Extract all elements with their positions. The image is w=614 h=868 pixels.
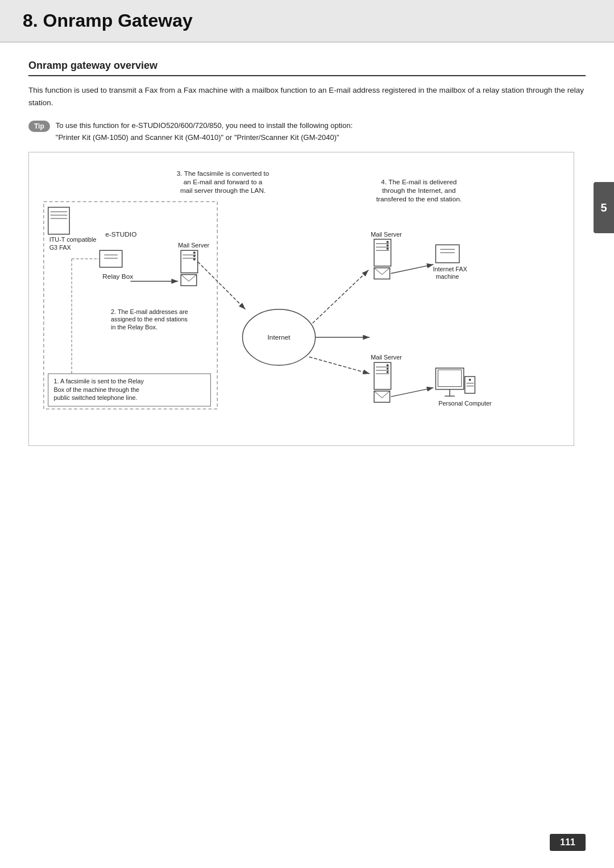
svg-text:4.  The E-mail is delivered: 4. The E-mail is delivered <box>381 178 457 186</box>
svg-point-60 <box>387 367 389 370</box>
svg-text:Internet FAX: Internet FAX <box>433 265 467 272</box>
svg-text:machine: machine <box>435 273 459 280</box>
svg-text:3.  The facsimile is converted: 3. The facsimile is converted to <box>177 170 269 177</box>
svg-text:Mail Server: Mail Server <box>371 354 402 361</box>
svg-point-61 <box>387 371 389 373</box>
svg-line-29 <box>198 262 246 309</box>
svg-rect-55 <box>374 362 391 389</box>
content-area: Onramp gateway overview This function is… <box>0 43 614 469</box>
tip-badge: Tip <box>28 121 50 132</box>
svg-rect-7 <box>48 207 69 234</box>
svg-text:assigned to the end stations: assigned to the end stations <box>111 316 188 323</box>
svg-point-45 <box>387 247 389 250</box>
svg-point-59 <box>387 364 389 366</box>
svg-rect-16 <box>99 250 122 267</box>
svg-text:Personal Computer: Personal Computer <box>438 400 492 407</box>
svg-text:2.  The E-mail addresses are: 2. The E-mail addresses are <box>111 308 188 315</box>
svg-text:mail server through the LAN.: mail server through the LAN. <box>180 187 265 195</box>
svg-point-43 <box>387 241 389 243</box>
svg-text:in the Relay Box.: in the Relay Box. <box>111 324 157 330</box>
svg-rect-39 <box>374 239 391 266</box>
svg-point-44 <box>387 244 389 246</box>
svg-text:public switched telephone line: public switched telephone line. <box>54 394 138 401</box>
svg-rect-48 <box>435 245 459 263</box>
svg-text:Internet: Internet <box>268 333 291 341</box>
svg-text:Mail Server: Mail Server <box>371 230 402 237</box>
svg-text:e-STUDIO: e-STUDIO <box>105 230 136 238</box>
side-tab: 5 <box>594 182 614 233</box>
svg-text:Box of the machine through the: Box of the machine through the <box>54 386 139 392</box>
svg-text:Mail Server: Mail Server <box>178 242 209 249</box>
svg-text:1.  A facsimile is sent to the: 1. A facsimile is sent to the Relay <box>54 378 144 385</box>
section-description: This function is used to transmit a Fax … <box>28 84 586 109</box>
svg-text:G3 FAX: G3 FAX <box>49 244 71 251</box>
page-header: 8. Onramp Gateway <box>0 0 614 43</box>
tip-box: Tip To use this function for e-STUDIO520… <box>28 120 586 144</box>
svg-line-54 <box>313 270 369 324</box>
svg-rect-20 <box>181 250 198 272</box>
page-title: 8. Onramp Gateway <box>23 10 591 31</box>
svg-line-53 <box>391 264 434 274</box>
svg-text:ITU-T compatible: ITU-T compatible <box>49 236 97 243</box>
diagram-svg: 3. The facsimile is converted to an E-ma… <box>38 162 565 435</box>
svg-text:an E-mail and forward to a: an E-mail and forward to a <box>184 178 263 186</box>
svg-line-64 <box>309 357 370 374</box>
tip-text: To use this function for e-STUDIO520/600… <box>56 120 353 144</box>
svg-line-74 <box>391 387 434 396</box>
section-title: Onramp gateway overview <box>28 60 586 76</box>
svg-point-24 <box>193 255 196 257</box>
page-number: 111 <box>550 834 586 851</box>
svg-point-25 <box>193 258 196 261</box>
svg-rect-66 <box>438 370 461 387</box>
diagram-container: 3. The facsimile is converted to an E-ma… <box>28 152 574 446</box>
svg-text:Relay Box: Relay Box <box>102 272 133 280</box>
svg-text:through the Internet, and: through the Internet, and <box>382 187 455 195</box>
svg-point-23 <box>193 251 196 254</box>
svg-point-70 <box>469 379 471 381</box>
svg-text:transfered to the end station.: transfered to the end station. <box>376 195 462 202</box>
svg-rect-65 <box>435 368 463 389</box>
